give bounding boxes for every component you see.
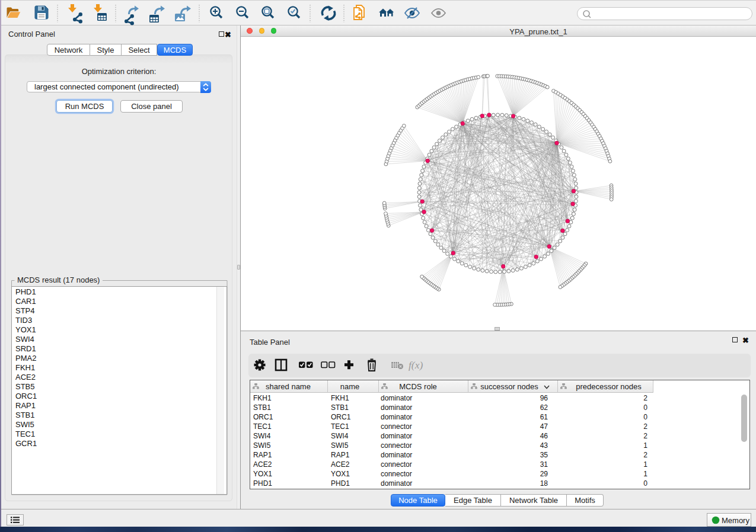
svg-text:f(x): f(x) (409, 359, 423, 371)
